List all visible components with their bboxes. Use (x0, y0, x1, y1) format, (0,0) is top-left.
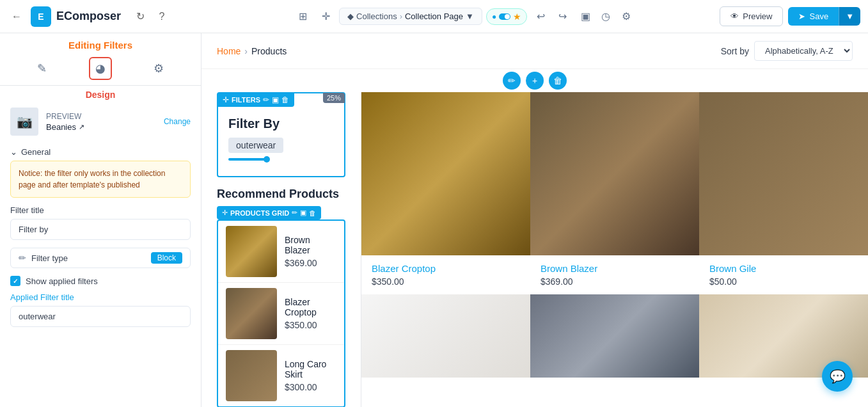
recommend-title: Recommend Products (217, 188, 345, 201)
show-applied-checkbox[interactable]: ✓ (10, 276, 20, 286)
product-price-2: $350.00 (285, 320, 336, 330)
product-card-price-3: $50.00 (709, 276, 858, 287)
chat-button[interactable]: 💬 (822, 361, 853, 392)
filter-toolbar-label: FILTERS (232, 96, 260, 104)
product-info-1: Brown Blazer $369.00 (285, 235, 336, 268)
product-card-price-1: $350.00 (372, 276, 520, 287)
grid-delete-icon[interactable]: 🗑 (309, 209, 316, 217)
filter-toolbar: ✛ FILTERS ✏ ▣ 🗑 (217, 93, 294, 107)
topbar: ← E EComposer ↻ ? ⊞ ✛ ◆ Collections › Co… (0, 0, 868, 33)
filter-block: ✛ FILTERS ✏ ▣ 🗑 25% Filter By outerwear (217, 92, 345, 177)
chevron-down-icon[interactable]: ▼ (466, 12, 474, 21)
products-grid-toolbar: ✛ PRODUCTS GRID ✏ ▣ 🗑 (217, 206, 321, 219)
breadcrumb-nav[interactable]: ◆ Collections › Collection Page ▼ (339, 8, 482, 25)
notice-box: Notice: the filter only works in the col… (10, 161, 191, 198)
history-icon[interactable]: ↻ (131, 8, 149, 26)
breadcrumb-products: Products (251, 46, 287, 56)
change-button[interactable]: Change (164, 117, 191, 126)
back-button[interactable]: ← (8, 8, 26, 26)
desktop-icon[interactable]: ▣ (576, 7, 595, 26)
general-section: ⌄ General Notice: the filter only works … (0, 141, 201, 332)
topbar-left: ← E EComposer ↻ ? (8, 6, 209, 27)
filter-title-input[interactable] (10, 219, 191, 240)
show-applied-label: Show applied filters (26, 276, 98, 286)
product-thumb-3 (226, 350, 277, 401)
save-dropdown-button[interactable]: ▼ (839, 7, 860, 26)
panel-title: Editing Filters (0, 33, 201, 54)
product-card-img-5 (530, 294, 699, 378)
grid-move-icon: ✛ (222, 209, 228, 217)
preview-info: PREVIEW Beanies ↗ (46, 112, 84, 132)
tab-design[interactable]: ◕ (89, 57, 112, 80)
canvas-content: ✛ FILTERS ✏ ▣ 🗑 25% Filter By outerwear (201, 92, 868, 407)
show-applied-row: ✓ Show applied filters (10, 276, 191, 286)
product-card-info-3: Brown Gile $50.00 (699, 255, 868, 294)
product-card-4[interactable] (361, 294, 530, 407)
panel-tabs: ✎ ◕ ⚙ (0, 54, 201, 86)
tab-settings[interactable]: ⚙ (147, 57, 170, 80)
floating-add-bar: ✏ + 🗑 (201, 69, 868, 92)
product-card-info-2: Brown Blazer $369.00 (530, 255, 699, 294)
product-card-3[interactable]: Brown Gile $50.00 (699, 92, 868, 294)
product-card-info-1: Blazer Croptop $350.00 (361, 255, 530, 294)
sort-section: Sort by Alphabetically, A-Z (721, 41, 853, 61)
filter-type-badge: Block (151, 252, 182, 264)
canvas-breadcrumb: Home › Products (217, 46, 287, 56)
main-area: Editing Filters ✎ ◕ ⚙ Design 📷 PREVIEW B… (0, 33, 868, 407)
help-icon[interactable]: ? (153, 8, 171, 26)
nav-controls: ↩ ↪ (531, 7, 572, 26)
product-thumb-2 (226, 288, 277, 339)
add-element-btn[interactable]: ✛ (316, 7, 335, 26)
filter-slider (228, 158, 267, 161)
logo-icon: E (31, 6, 51, 27)
product-card-price-2: $369.00 (541, 276, 689, 287)
status-toggle[interactable]: ● ★ (486, 8, 527, 25)
filter-type-label: Filter type (31, 253, 146, 263)
breadcrumb-current: Collection Page (405, 12, 463, 21)
list-item: Brown Blazer $369.00 (218, 221, 344, 283)
clock-icon[interactable]: ◷ (596, 7, 615, 26)
filter-edit-icon[interactable]: ✏ (263, 95, 269, 104)
product-card-1[interactable]: Blazer Croptop $350.00 (361, 92, 530, 294)
filter-delete-icon[interactable]: 🗑 (281, 95, 289, 104)
undo-btn[interactable]: ↩ (531, 7, 550, 26)
tab-pencil[interactable]: ✎ (31, 57, 54, 80)
grid-copy-icon[interactable]: ▣ (300, 209, 306, 217)
sort-dropdown[interactable]: Alphabetically, A-Z (754, 41, 853, 61)
product-card-name-3: Brown Gile (709, 263, 858, 274)
chevron-down-icon: ⌄ (10, 147, 17, 157)
delete-fab-button[interactable]: 🗑 (549, 72, 567, 90)
applied-filter-input[interactable] (10, 306, 191, 327)
save-icon: ➤ (798, 12, 805, 21)
applied-filter-title-label: Applied Filter title (10, 292, 191, 302)
settings-icon[interactable]: ⚙ (617, 7, 636, 26)
toggle-dot[interactable] (499, 13, 510, 20)
product-card-2[interactable]: Brown Blazer $369.00 (530, 92, 699, 294)
sort-label: Sort by (721, 46, 749, 56)
product-grid: Blazer Croptop $350.00 Brown Blazer $369… (361, 92, 868, 407)
add-fab-button[interactable]: + (526, 72, 544, 90)
external-link-icon: ↗ (79, 123, 84, 131)
general-header[interactable]: ⌄ General (10, 141, 191, 161)
eye-icon: 👁 (730, 12, 739, 21)
grid-edit-icon[interactable]: ✏ (292, 209, 297, 217)
breadcrumb-home[interactable]: Home (217, 46, 241, 56)
product-card-img-1 (361, 92, 530, 255)
filter-tag: outerwear (228, 138, 283, 153)
general-label: General (21, 147, 51, 157)
slider-dot[interactable] (264, 156, 270, 163)
save-button-group: ➤ Save ▼ (788, 7, 860, 26)
grid-view-btn[interactable]: ⊞ (293, 7, 312, 26)
product-card-img-2 (530, 92, 699, 255)
product-name-3: Long Caro Skirt (285, 359, 336, 379)
product-card-5[interactable] (530, 294, 699, 407)
filter-copy-icon[interactable]: ▣ (272, 95, 279, 104)
notice-text: Notice: the filter only works in the col… (19, 169, 165, 189)
preview-button[interactable]: 👁 Preview (720, 6, 783, 26)
edit-fab-button[interactable]: ✏ (503, 72, 521, 90)
save-main-button[interactable]: ➤ Save (788, 7, 839, 26)
redo-btn[interactable]: ↪ (553, 7, 572, 26)
breadcrumb-parent: Collections (356, 12, 397, 21)
product-name-2: Blazer Croptop (285, 297, 336, 317)
left-panel: Editing Filters ✎ ◕ ⚙ Design 📷 PREVIEW B… (0, 33, 201, 407)
